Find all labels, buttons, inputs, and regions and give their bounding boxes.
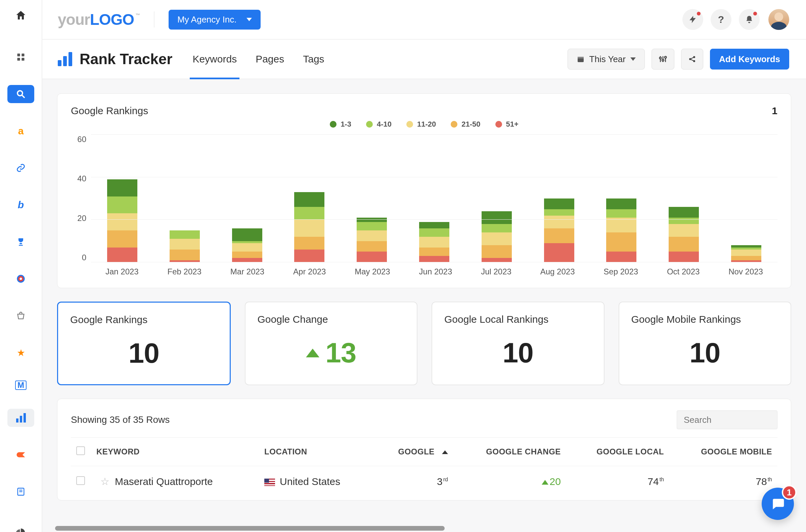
legend-dot-icon xyxy=(406,121,413,128)
bar-column[interactable] xyxy=(107,179,137,262)
add-keywords-button[interactable]: Add Keywords xyxy=(710,49,789,70)
metric-card[interactable]: Google Change13 xyxy=(245,302,418,385)
bar-segment xyxy=(544,228,574,243)
tab-keywords[interactable]: Keywords xyxy=(192,40,237,79)
table-search-input[interactable] xyxy=(677,411,778,429)
date-range-button[interactable]: This Year xyxy=(568,49,645,70)
bar-segment xyxy=(170,249,200,260)
nav-shopping-icon[interactable] xyxy=(7,307,34,325)
bar-segment xyxy=(482,224,512,232)
x-tick: Jul 2023 xyxy=(481,267,512,277)
bar-segment xyxy=(606,217,636,232)
legend-dot-icon xyxy=(451,121,457,128)
legend-item[interactable]: 51+ xyxy=(495,120,519,129)
row-checkbox[interactable] xyxy=(76,476,85,485)
alerts-icon[interactable] xyxy=(683,9,703,30)
nav-trophy-icon[interactable] xyxy=(7,233,34,251)
bar-segment xyxy=(482,245,512,258)
tab-pages[interactable]: Pages xyxy=(255,40,284,79)
legend-item[interactable]: 1-3 xyxy=(330,120,351,129)
metric-value: 10 xyxy=(70,337,218,369)
legend-dot-icon xyxy=(366,121,373,128)
settings-button[interactable] xyxy=(652,49,674,70)
legend-item[interactable]: 4-10 xyxy=(366,120,391,129)
legend-dot-icon xyxy=(495,121,502,128)
nav-search-icon[interactable] xyxy=(7,85,34,103)
bar-segment xyxy=(107,179,137,196)
home-icon[interactable] xyxy=(15,10,27,24)
bar-segment xyxy=(107,213,137,230)
metric-card[interactable]: Google Local Rankings10 xyxy=(431,302,604,385)
star-icon[interactable]: ☆ xyxy=(100,476,110,487)
bar-column[interactable] xyxy=(232,228,262,262)
nav-globe-icon[interactable] xyxy=(7,270,34,288)
bar-segment xyxy=(669,251,699,262)
nav-rank-tracker-icon[interactable] xyxy=(7,409,34,427)
column-header[interactable]: GOOGLE CHANGE xyxy=(453,438,566,466)
metric-card[interactable]: Google Mobile Rankings10 xyxy=(619,302,791,385)
select-all-checkbox[interactable] xyxy=(76,446,85,455)
nav-analytics-pie-icon[interactable] xyxy=(7,524,34,532)
column-header[interactable]: GOOGLE MOBILE xyxy=(669,438,778,466)
nav-bing-icon[interactable]: b xyxy=(7,196,34,214)
column-header[interactable]: KEYWORD xyxy=(91,438,259,466)
rows-count-text: Showing 35 of 35 Rows xyxy=(71,415,170,425)
bar-segment xyxy=(669,217,699,224)
logo-tm: ™ xyxy=(135,13,140,18)
bar-segment xyxy=(232,251,262,258)
bell-icon[interactable] xyxy=(739,9,760,30)
bar-column[interactable] xyxy=(419,222,449,262)
share-button[interactable] xyxy=(681,49,703,70)
nav-report-icon[interactable] xyxy=(7,482,34,501)
gridline xyxy=(91,219,778,220)
bar-segment xyxy=(419,256,449,262)
svg-point-18 xyxy=(659,57,661,59)
y-tick: 20 xyxy=(77,214,86,223)
x-tick: Oct 2023 xyxy=(667,267,699,277)
agency-label: My Agency Inc. xyxy=(177,15,236,25)
chart-title: Google Rankings xyxy=(71,105,148,116)
table-row[interactable]: ☆Maserati QuattroporteUnited States3rd20… xyxy=(71,466,778,497)
nav-link-icon[interactable] xyxy=(7,159,34,177)
nav-amazon-icon[interactable]: a xyxy=(7,122,34,140)
logo-text-main: LOGO xyxy=(90,11,134,28)
chart-y-axis: 6040200 xyxy=(71,135,91,262)
content-area: Google Rankings 1 1-34-1011-2021-5051+ 6… xyxy=(42,79,806,532)
column-header[interactable]: GOOGLE xyxy=(373,438,453,466)
bar-column[interactable] xyxy=(357,217,387,262)
bar-column[interactable] xyxy=(606,198,636,262)
svg-point-20 xyxy=(665,56,666,58)
legend-item[interactable]: 11-20 xyxy=(406,120,436,129)
bar-segment xyxy=(544,243,574,262)
nav-semrush-icon[interactable] xyxy=(7,446,34,464)
help-icon[interactable]: ? xyxy=(711,9,731,30)
bar-segment xyxy=(357,241,387,252)
svg-line-25 xyxy=(691,59,693,61)
svg-rect-14 xyxy=(578,57,584,58)
chart-card: Google Rankings 1 1-34-1011-2021-5051+ 6… xyxy=(57,93,791,288)
nav-star-icon[interactable]: ★ xyxy=(7,344,34,362)
user-avatar[interactable] xyxy=(768,9,789,30)
metric-card[interactable]: Google Rankings10 xyxy=(57,302,231,385)
chat-fab[interactable]: 1 xyxy=(762,488,794,520)
svg-point-19 xyxy=(662,59,664,61)
column-header[interactable]: GOOGLE LOCAL xyxy=(566,438,669,466)
horizontal-scrollbar-thumb[interactable] xyxy=(55,526,445,531)
agency-selector-button[interactable]: My Agency Inc. xyxy=(169,10,261,30)
bar-column[interactable] xyxy=(731,245,761,262)
bar-column[interactable] xyxy=(544,198,574,262)
bar-column[interactable] xyxy=(482,211,512,262)
legend-item[interactable]: 21-50 xyxy=(451,120,480,129)
bar-segment xyxy=(357,230,387,241)
bar-column[interactable] xyxy=(669,207,699,262)
logo[interactable]: yourLOGO™ xyxy=(58,11,140,28)
nav-dashboard-icon[interactable] xyxy=(7,48,34,66)
nav-moz-icon[interactable]: M xyxy=(15,381,26,390)
bar-column[interactable] xyxy=(170,230,200,262)
column-header[interactable]: LOCATION xyxy=(259,438,373,466)
tab-tags[interactable]: Tags xyxy=(303,40,324,79)
trend-up-icon xyxy=(306,349,319,357)
notification-dot xyxy=(697,12,701,16)
bar-column[interactable] xyxy=(294,192,324,262)
x-tick: Aug 2023 xyxy=(540,267,575,277)
